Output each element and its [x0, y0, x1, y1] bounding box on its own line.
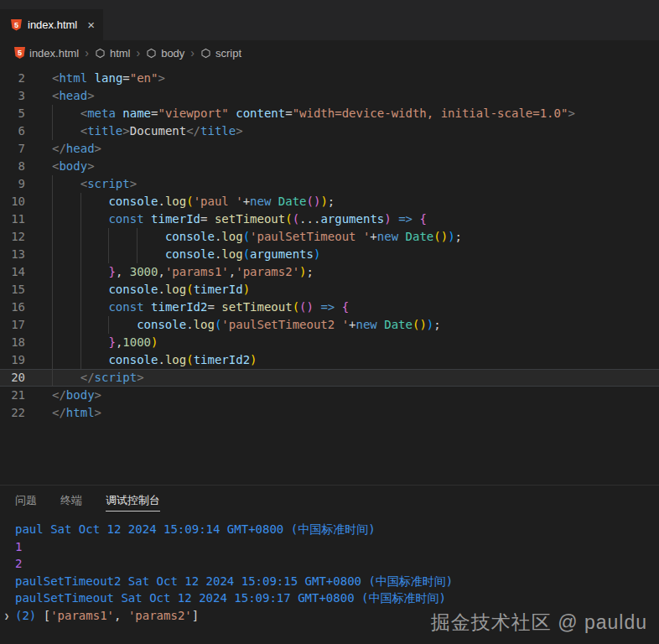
indent-guide	[80, 334, 109, 351]
line-number[interactable]: 6	[0, 122, 25, 140]
code-content: console.log(arguments)	[25, 246, 659, 263]
breadcrumb-label: index.html	[29, 47, 79, 60]
indent-guide	[52, 281, 80, 299]
breadcrumb-item-script[interactable]: script	[200, 47, 241, 60]
line-number[interactable]: 8	[0, 158, 25, 175]
code-content: },1000)	[25, 334, 659, 351]
code-line-8[interactable]: 8<body>	[0, 158, 659, 175]
code-line-7[interactable]: 7</head>	[0, 140, 659, 158]
indent-guide	[52, 246, 80, 263]
console-line[interactable]: paul Sat Oct 12 2024 15:09:14 GMT+0800 (…	[0, 521, 659, 538]
line-number[interactable]: 19	[0, 351, 25, 369]
console-line[interactable]: 1	[0, 538, 659, 556]
line-number[interactable]: 22	[0, 404, 25, 422]
indent-guide	[80, 263, 109, 281]
code-line-10[interactable]: 10 console.log('paul '+new Date());	[0, 193, 659, 210]
line-number[interactable]: 17	[0, 316, 25, 334]
line-number[interactable]: 15	[0, 281, 25, 299]
code-line-12[interactable]: 12 console.log('paulSetTimeout '+new Dat…	[0, 228, 659, 246]
code-line-5[interactable]: 5 <meta name="viewport" content="width=d…	[0, 105, 659, 122]
code-content: </head>	[25, 140, 659, 158]
line-number[interactable]: 18	[0, 334, 25, 351]
code-line-6[interactable]: 6 <title>Document</title>	[0, 122, 659, 140]
panel-tab-terminal[interactable]: 终端	[60, 493, 82, 512]
line-number[interactable]: 9	[0, 175, 25, 193]
code-content: <meta name="viewport" content="width=dev…	[25, 105, 659, 122]
code-content: const timerId= setTimeout((...arguments)…	[25, 210, 659, 228]
code-line-17[interactable]: 17 console.log('paulSetTimeout2 '+new Da…	[0, 316, 659, 334]
panel-tab-debug-console[interactable]: 调试控制台	[106, 493, 160, 512]
chevron-right-icon[interactable]: ❯	[4, 608, 9, 626]
line-number[interactable]: 14	[0, 263, 25, 281]
line-number[interactable]: 21	[0, 387, 25, 404]
code-content: console.log(timerId2)	[25, 351, 659, 369]
code-line-13[interactable]: 13 console.log(arguments)	[0, 246, 659, 263]
debug-console-output: paul Sat Oct 12 2024 15:09:14 GMT+0800 (…	[0, 517, 659, 624]
code-line-3[interactable]: 3<head>	[0, 87, 659, 105]
code-content: console.log(timerId)	[25, 281, 659, 299]
line-number[interactable]: 2	[0, 70, 25, 87]
indent-guide	[80, 281, 109, 299]
code-line-20[interactable]: 20 </script>	[0, 369, 659, 387]
code-line-16[interactable]: 16 const timerId2= setTimeout(() => {	[0, 299, 659, 316]
indent-guide	[52, 122, 80, 140]
indent-guide	[80, 351, 109, 369]
breadcrumb-item-index-html[interactable]: 5index.html	[14, 47, 79, 60]
code-content: <script>	[25, 175, 659, 193]
line-number[interactable]: 20	[0, 369, 25, 387]
indent-guide	[80, 193, 109, 210]
line-number[interactable]: 10	[0, 193, 25, 210]
html5-file-icon: 5	[11, 19, 22, 31]
code-editor[interactable]: 2<html lang="en">3<head>5 <meta name="vi…	[0, 65, 659, 485]
panel-tab-bar: 问题终端调试控制台	[0, 486, 659, 517]
html5-file-icon: 5	[14, 47, 25, 59]
code-line-11[interactable]: 11 const timerId= setTimeout((...argumen…	[0, 210, 659, 228]
breadcrumb-separator: ›	[85, 46, 89, 60]
code-content: </script>	[25, 369, 659, 387]
indent-guide	[52, 334, 80, 351]
indent-guide	[52, 351, 80, 369]
element-symbol-icon	[200, 48, 211, 59]
indent-guide	[80, 299, 109, 316]
tab-bar: 5 index.html ×	[0, 0, 659, 40]
code-line-18[interactable]: 18 },1000)	[0, 334, 659, 351]
breadcrumb-item-body[interactable]: body	[146, 47, 184, 60]
code-line-14[interactable]: 14 }, 3000,'params1','params2');	[0, 263, 659, 281]
line-number[interactable]: 12	[0, 228, 25, 246]
console-line[interactable]: paulSetTimeout2 Sat Oct 12 2024 15:09:15…	[0, 573, 659, 590]
code-line-21[interactable]: 21</body>	[0, 387, 659, 404]
close-icon[interactable]: ×	[87, 18, 95, 32]
line-number[interactable]: 16	[0, 299, 25, 316]
code-line-2[interactable]: 2<html lang="en">	[0, 70, 659, 87]
code-line-9[interactable]: 9 <script>	[0, 175, 659, 193]
indent-guide	[52, 316, 80, 334]
indent-guide	[52, 105, 80, 122]
panel-tab-problems[interactable]: 问题	[15, 493, 37, 512]
code-line-19[interactable]: 19 console.log(timerId2)	[0, 351, 659, 369]
element-symbol-icon	[146, 48, 157, 59]
code-content: }, 3000,'params1','params2');	[25, 263, 659, 281]
vscode-window: 5 index.html × 5index.html›html›body›scr…	[0, 0, 659, 644]
tab-index-html[interactable]: 5 index.html ×	[0, 9, 103, 40]
code-content: console.log('paulSetTimeout '+new Date()…	[25, 228, 659, 246]
line-number[interactable]: 7	[0, 140, 25, 158]
indent-guide	[52, 369, 80, 387]
line-number[interactable]: 5	[0, 105, 25, 122]
indent-guide	[80, 228, 109, 246]
indent-guide	[80, 316, 109, 334]
indent-guide	[52, 193, 80, 210]
breadcrumb-item-html[interactable]: html	[95, 47, 131, 60]
indent-guide	[137, 246, 165, 263]
console-line[interactable]: paulSetTimeout Sat Oct 12 2024 15:09:17 …	[0, 589, 659, 607]
line-number[interactable]: 3	[0, 87, 25, 105]
code-content: <body>	[25, 158, 659, 175]
console-line[interactable]: 2	[0, 555, 659, 573]
code-line-22[interactable]: 22</html>	[0, 404, 659, 422]
line-number[interactable]: 13	[0, 246, 25, 263]
indent-guide	[52, 210, 80, 228]
tab-label: index.html	[28, 18, 77, 31]
code-content: <title>Document</title>	[25, 122, 659, 140]
indent-guide	[108, 316, 137, 334]
code-line-15[interactable]: 15 console.log(timerId)	[0, 281, 659, 299]
line-number[interactable]: 11	[0, 210, 25, 228]
